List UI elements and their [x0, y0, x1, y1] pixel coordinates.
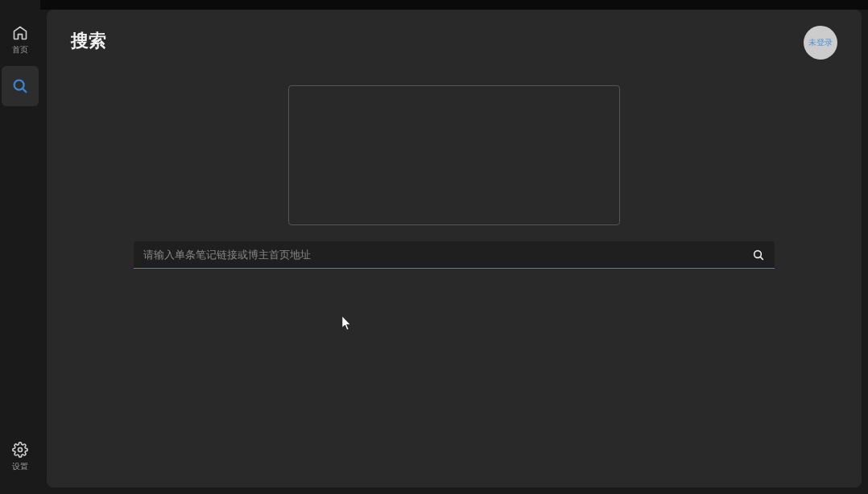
search-input[interactable] [134, 241, 775, 269]
search-submit-button[interactable] [749, 245, 768, 265]
search-icon [752, 249, 765, 261]
page-title: 搜索 [71, 29, 837, 53]
avatar[interactable]: 未登录 [804, 26, 837, 60]
window-top-bar [0, 0, 868, 10]
sidebar-home-label: 首页 [12, 44, 28, 56]
sidebar-settings-label: 设置 [12, 461, 28, 472]
svg-point-2 [19, 448, 23, 452]
sidebar-item-home[interactable]: 首页 [0, 19, 40, 60]
search-icon [10, 76, 30, 96]
svg-line-4 [760, 257, 763, 259]
main-content: 搜索 未登录 [47, 10, 862, 488]
user-status: 未登录 [808, 39, 833, 47]
gear-icon [10, 440, 30, 459]
preview-box [288, 85, 620, 225]
home-icon [10, 23, 30, 43]
search-container [134, 241, 775, 269]
svg-line-1 [23, 89, 26, 92]
sidebar: 首页 设置 [0, 0, 40, 494]
sidebar-item-search[interactable] [2, 66, 39, 106]
sidebar-item-settings[interactable]: 设置 [0, 436, 40, 476]
